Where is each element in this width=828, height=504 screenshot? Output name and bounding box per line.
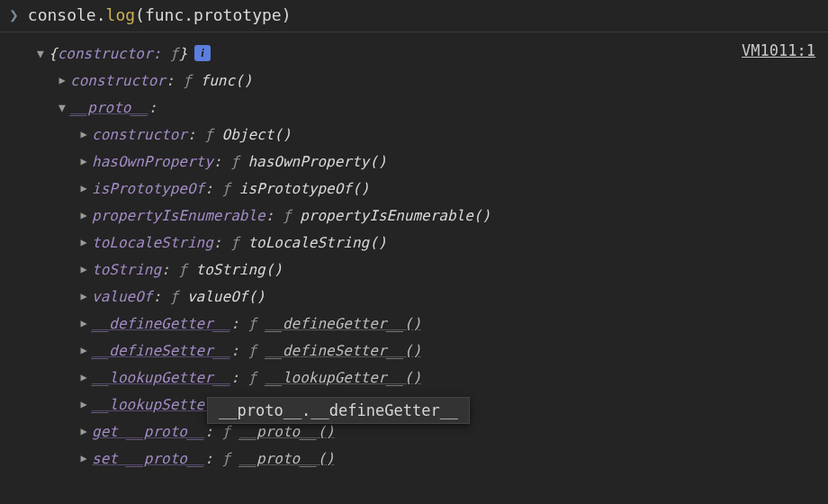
function-name: func(): [201, 72, 253, 89]
property-row-constructor[interactable]: ▶ constructor: ƒ func(): [9, 67, 819, 94]
function-name: Object(): [222, 126, 292, 143]
disclosure-triangle-icon[interactable]: ▼: [34, 47, 47, 60]
function-name: __defineGetter__(): [266, 315, 421, 332]
disclosure-triangle-icon[interactable]: ▶: [77, 236, 90, 248]
function-name: propertyIsEnumerable(): [300, 207, 490, 224]
property-key: hasOwnProperty: [92, 153, 213, 170]
function-name: isPrototypeOf(): [239, 180, 370, 197]
object-summary-row[interactable]: ▼ {constructor: ƒ} i: [9, 40, 819, 67]
property-key: propertyIsEnumerable: [92, 207, 266, 224]
function-name: toString(): [196, 261, 283, 278]
console-command[interactable]: console.log(func.prototype): [28, 5, 292, 24]
disclosure-triangle-icon[interactable]: ▼: [56, 101, 68, 114]
disclosure-triangle-icon[interactable]: ▶: [77, 425, 90, 437]
function-name: valueOf(): [187, 288, 266, 305]
function-name: __proto__(): [239, 423, 335, 440]
property-key: __defineSetter__: [92, 342, 230, 359]
property-key: toString: [92, 261, 161, 278]
property-key: valueOf: [92, 288, 152, 305]
console-input-row: ❯ console.log(func.prototype): [0, 0, 828, 32]
property-row[interactable]: ▶__defineGetter__: ƒ __defineGetter__(): [9, 310, 819, 337]
property-row[interactable]: ▶valueOf: ƒ valueOf(): [9, 283, 819, 310]
property-key: constructor: [70, 72, 166, 89]
function-name: toLocaleString(): [248, 234, 386, 251]
disclosure-triangle-icon[interactable]: ▶: [77, 128, 90, 140]
property-key: isPrototypeOf: [92, 180, 204, 197]
property-row[interactable]: ▶isPrototypeOf: ƒ isPrototypeOf(): [9, 175, 819, 202]
property-key: set __proto__: [92, 450, 204, 467]
property-row[interactable]: ▶set __proto__: ƒ __proto__(): [9, 445, 819, 472]
property-key: __lookupGetter__: [92, 369, 230, 386]
disclosure-triangle-icon[interactable]: ▶: [77, 371, 90, 383]
property-row[interactable]: ▶__lookupGetter__: ƒ __lookupGetter__(): [9, 364, 819, 391]
property-row[interactable]: ▶toLocaleString: ƒ toLocaleString(): [9, 229, 819, 256]
disclosure-triangle-icon[interactable]: ▶: [77, 344, 90, 356]
disclosure-triangle-icon[interactable]: ▶: [77, 290, 90, 302]
property-row[interactable]: ▶constructor: ƒ Object(): [9, 121, 819, 148]
property-row-proto[interactable]: ▼ __proto__:: [9, 94, 819, 121]
function-name: __defineSetter__(): [266, 342, 421, 359]
disclosure-triangle-icon[interactable]: ▶: [77, 182, 90, 194]
disclosure-triangle-icon[interactable]: ▶: [77, 398, 90, 410]
property-key: get __proto__: [92, 423, 204, 440]
property-row[interactable]: ▶__defineSetter__: ƒ __defineSetter__(): [9, 337, 819, 364]
property-key: __defineGetter__: [92, 315, 230, 332]
disclosure-triangle-icon[interactable]: ▶: [77, 155, 90, 167]
property-row[interactable]: ▶hasOwnProperty: ƒ hasOwnProperty(): [9, 148, 819, 175]
property-key: constructor: [92, 126, 187, 143]
console-output: VM1011:1 ▼ {constructor: ƒ} i ▶ construc…: [0, 32, 828, 472]
disclosure-triangle-icon[interactable]: ▶: [56, 74, 68, 86]
function-name: __proto__(): [239, 450, 335, 467]
token-method: log: [106, 5, 136, 24]
function-name: hasOwnProperty(): [248, 153, 386, 170]
property-row[interactable]: ▶toString: ƒ toString(): [9, 256, 819, 283]
disclosure-triangle-icon[interactable]: ▶: [77, 317, 90, 329]
token-object: console: [28, 5, 96, 24]
info-badge-icon[interactable]: i: [194, 45, 211, 61]
disclosure-triangle-icon[interactable]: ▶: [77, 263, 90, 275]
disclosure-triangle-icon[interactable]: ▶: [77, 209, 90, 221]
property-key: toLocaleString: [92, 234, 213, 251]
disclosure-triangle-icon[interactable]: ▶: [77, 452, 90, 464]
function-name: __lookupGetter__(): [266, 369, 421, 386]
property-key: __proto__: [70, 99, 148, 116]
prompt-chevron-icon: ❯: [9, 5, 19, 24]
property-path-tooltip: __proto__.__defineGetter__: [207, 397, 470, 424]
property-row[interactable]: ▶propertyIsEnumerable: ƒ propertyIsEnume…: [9, 202, 819, 229]
